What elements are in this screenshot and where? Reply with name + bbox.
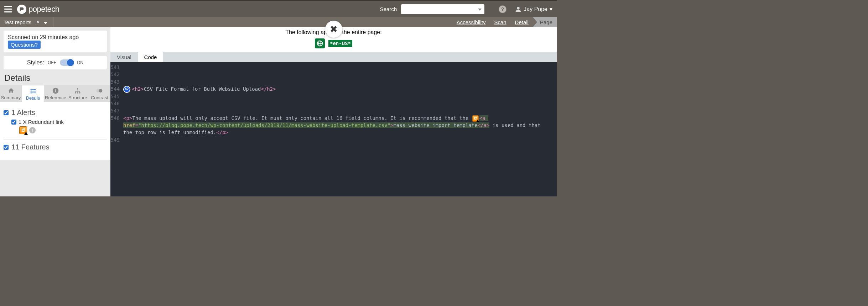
questions-button[interactable]: Questions? [8, 41, 41, 49]
info-icon [52, 87, 59, 94]
svg-rect-15 [79, 92, 80, 93]
tab-code[interactable]: Code [138, 52, 163, 62]
svg-rect-8 [32, 93, 36, 93]
toggle-on-label: ON [77, 60, 83, 65]
crumb-accessibility[interactable]: Accessibility [452, 17, 490, 27]
redundant-link-inline-icon[interactable] [472, 115, 479, 122]
svg-rect-4 [32, 89, 36, 90]
crumb-detail[interactable]: Detail [511, 17, 533, 27]
context-bar: Test reports × Accessibility Scan Detail… [0, 17, 557, 27]
contrast-icon [96, 87, 103, 94]
line-number: 546 [110, 100, 123, 107]
tab-summary[interactable]: Summary [0, 85, 22, 102]
features-checkbox[interactable] [4, 145, 9, 150]
search-label: Search [380, 6, 397, 12]
details-heading: Details [4, 73, 106, 83]
crumb-scan[interactable]: Scan [490, 17, 510, 27]
redundant-link-label: 1 X Redundant link [19, 119, 64, 125]
detail-body: 1 Alerts 1 X Redundant link i 11 Feature… [0, 102, 110, 160]
scan-timestamp: Scanned on 29 minutes ago [8, 34, 79, 41]
line-number: 541 [110, 64, 123, 71]
user-menu[interactable]: Jay Pope ▾ [515, 6, 552, 12]
search-input[interactable] [401, 4, 484, 14]
alerts-checkbox[interactable] [4, 110, 9, 115]
alerts-subitem: 1 X Redundant link [11, 119, 107, 125]
search-dropdown[interactable] [401, 4, 484, 14]
features-group: 11 Features [4, 143, 107, 151]
user-name: Jay Pope [524, 6, 547, 12]
brand-mark-icon [17, 5, 26, 14]
redundant-link-checkbox[interactable] [11, 120, 16, 125]
line-number: 544 [110, 85, 123, 93]
caret-down-icon: ▾ [550, 6, 552, 12]
detail-tabs: Summary Details Reference Structure Cont… [0, 85, 110, 102]
view-tabs: Visual Code [110, 52, 557, 62]
tab-structure[interactable]: Structure [67, 85, 89, 102]
code-line-548: <p>The mass upload will only accept CSV … [123, 115, 557, 136]
alerts-group: 1 Alerts 1 X Redundant link i [4, 109, 107, 134]
main-area: Scanned on 29 minutes ago Questions? Sty… [0, 27, 557, 196]
line-number: 543 [110, 78, 123, 85]
svg-rect-6 [32, 91, 36, 91]
svg-point-17 [99, 89, 103, 93]
svg-rect-10 [55, 90, 56, 92]
redundant-link-icon[interactable] [19, 126, 27, 134]
svg-point-11 [55, 89, 56, 90]
brand-name: popetech [28, 5, 59, 14]
close-tab-icon[interactable]: × [34, 19, 42, 25]
sidebar: Scanned on 29 minutes ago Questions? Sty… [0, 27, 110, 196]
tab-dropdown-icon[interactable] [42, 19, 50, 25]
tab-contrast[interactable]: Contrast [89, 85, 110, 102]
workspace-tab-title: Test reports [4, 19, 31, 25]
line-number: 542 [110, 71, 123, 78]
language-row: *en-US* [110, 38, 557, 52]
workspace-tab[interactable]: Test reports × [0, 17, 53, 27]
svg-point-2 [517, 7, 520, 10]
features-title: 11 Features [11, 143, 50, 151]
styles-label: Styles: [27, 59, 44, 66]
home-icon [7, 87, 15, 94]
content-panel: ✖ The following apply to the entire page… [110, 27, 557, 196]
top-navigation: popetech Search ? Jay Pope ▾ [0, 0, 557, 17]
line-number: 547 [110, 107, 123, 114]
help-icon[interactable]: ? [499, 5, 506, 13]
alerts-title: 1 Alerts [11, 109, 35, 117]
scan-info-card: Scanned on 29 minutes ago Questions? [4, 31, 107, 52]
svg-point-7 [30, 92, 31, 93]
hierarchy-icon [74, 87, 81, 94]
svg-text:?: ? [501, 6, 504, 12]
styles-toggle-row: Styles: OFF ON [4, 56, 107, 69]
tab-visual[interactable]: Visual [110, 52, 138, 62]
svg-point-3 [30, 89, 31, 90]
styles-toggle[interactable] [60, 59, 73, 66]
tab-reference[interactable]: Reference [44, 85, 67, 102]
toggle-off-label: OFF [48, 60, 56, 65]
svg-rect-14 [77, 92, 78, 93]
list-icon [30, 88, 37, 95]
close-panel-button[interactable]: ✖ [325, 21, 342, 38]
line-number: 549 [110, 136, 123, 143]
language-badge: *en-US* [328, 40, 352, 47]
line-number: 548 [110, 115, 123, 136]
brand-logo[interactable]: popetech [17, 5, 59, 14]
menu-icon[interactable] [4, 6, 12, 12]
tab-details[interactable]: Details [22, 85, 44, 102]
code-line-544: h2<h2>CSV File Format for Bulk Website U… [123, 85, 557, 93]
breadcrumb: Accessibility Scan Detail Page [452, 17, 557, 27]
info-icon[interactable]: i [29, 127, 36, 133]
svg-rect-12 [77, 88, 78, 89]
code-viewer[interactable]: 541 542 543 544h2<h2>CSV File Format for… [110, 62, 557, 196]
crumb-page: Page [533, 17, 557, 27]
language-icon[interactable] [315, 38, 325, 48]
user-icon [515, 6, 521, 12]
svg-rect-13 [75, 92, 76, 93]
line-number: 545 [110, 93, 123, 100]
svg-point-5 [30, 90, 31, 91]
separator [4, 139, 107, 139]
h2-badge-icon: h2 [123, 86, 130, 93]
